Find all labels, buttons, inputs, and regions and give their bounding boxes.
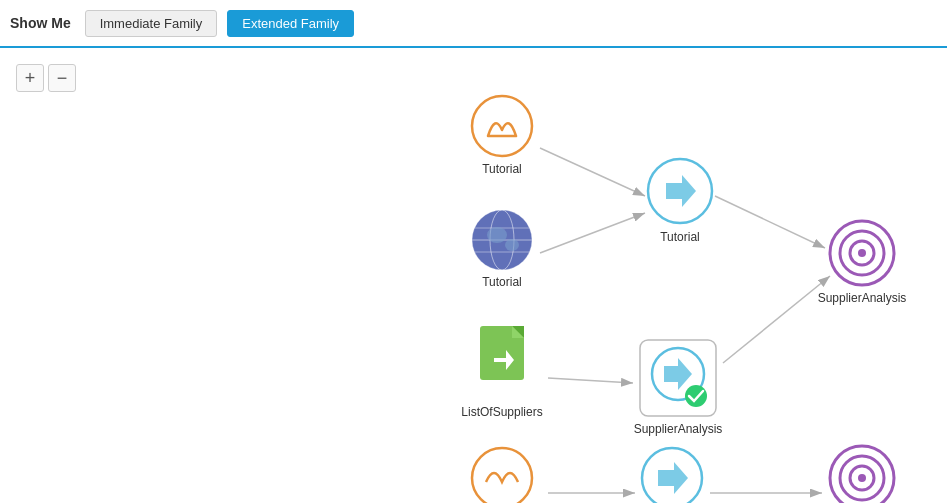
svg-point-33 — [858, 474, 866, 482]
toolbar: Show Me Immediate Family Extended Family — [0, 0, 947, 48]
svg-point-16 — [505, 239, 519, 251]
node-tutorial-top[interactable] — [472, 96, 532, 156]
node-sales-transactions[interactable] — [472, 448, 532, 503]
canvas-area: + − Tutorial — [0, 48, 947, 503]
label-supplier-analysis: SupplierAnalysis — [818, 291, 907, 305]
svg-line-4 — [548, 378, 633, 383]
node-t1[interactable] — [830, 446, 894, 503]
tab-extended-family[interactable]: Extended Family — [227, 10, 354, 37]
svg-line-1 — [540, 148, 645, 196]
node-supplier-analysis[interactable] — [830, 221, 894, 285]
svg-point-28 — [472, 448, 532, 503]
svg-point-15 — [487, 227, 507, 243]
svg-point-21 — [858, 249, 866, 257]
node-list-of-suppliers[interactable] — [480, 326, 524, 380]
label-tutorial-globe: Tutorial — [482, 275, 522, 289]
svg-line-3 — [715, 196, 825, 248]
node-s1[interactable] — [642, 448, 702, 503]
label-supplier-analysis2: SupplierAnalysis — [634, 422, 723, 436]
node-tutorial-globe[interactable] — [472, 210, 532, 270]
flow-diagram: Tutorial Tutorial Tutorial — [0, 48, 947, 503]
svg-line-2 — [540, 213, 645, 253]
show-me-label: Show Me — [10, 15, 71, 31]
label-tutorial-top: Tutorial — [482, 162, 522, 176]
svg-line-5 — [723, 276, 830, 363]
svg-point-8 — [472, 96, 532, 156]
tab-immediate-family[interactable]: Immediate Family — [85, 10, 218, 37]
label-tutorial-connector: Tutorial — [660, 230, 700, 244]
label-list-of-suppliers: ListOfSuppliers — [461, 405, 542, 419]
node-tutorial-connector[interactable] — [648, 159, 712, 223]
node-supplier-analysis2[interactable] — [640, 340, 716, 416]
